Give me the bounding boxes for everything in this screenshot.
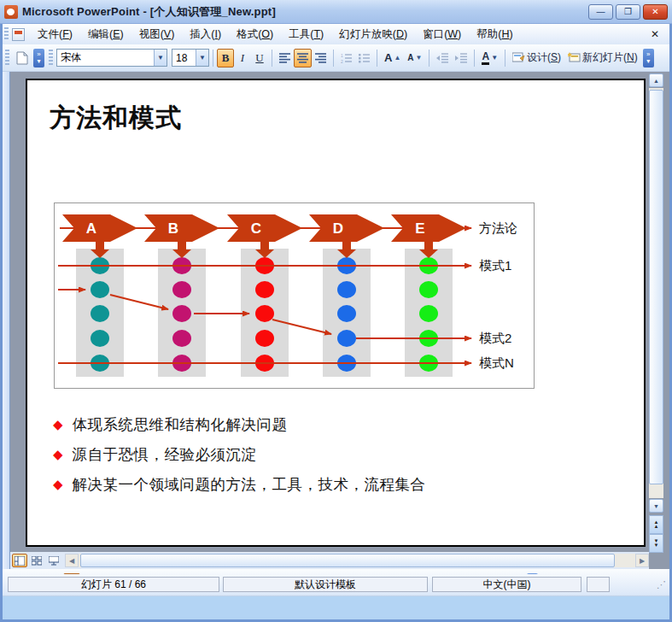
- scroll-left-button[interactable]: ◀: [65, 554, 79, 567]
- slide-edit-area: 方法和模式 ABCDE方法论模式1模式2模式N ◆ 体现系统思维和结构化解决问题…: [3, 72, 669, 569]
- resize-grip[interactable]: ⋰: [657, 579, 667, 590]
- diamond-bullet-icon: ◆: [53, 475, 63, 494]
- menu-view[interactable]: 视图(V): [131, 25, 183, 44]
- font-color-button[interactable]: A ▼: [478, 49, 501, 67]
- scroll-right-button[interactable]: ▶: [635, 554, 649, 567]
- restore-button[interactable]: ❐: [616, 4, 640, 20]
- menu-tools[interactable]: 工具(T): [281, 25, 331, 44]
- horizontal-scrollbar-row: ◀ ▶: [10, 552, 649, 569]
- slide-design-button[interactable]: 设计(S): [509, 49, 564, 67]
- toolbar-grip[interactable]: [49, 50, 53, 67]
- diagram-shape[interactable]: ABCDE方法论模式1模式2模式N: [54, 202, 535, 389]
- scrollbar-track[interactable]: [79, 554, 635, 567]
- svg-text:2: 2: [341, 58, 343, 63]
- list-item: ◆ 解决某一个领域问题的方法，工具，技术，流程集合: [53, 475, 616, 494]
- menu-bar: 文件(F) 编辑(E) 视图(V) 插入(I) 格式(O) 工具(T) 幻灯片放…: [3, 24, 669, 44]
- powerpoint-window: Microsoft PowerPoint - [个人知识管理_New.ppt] …: [0, 0, 672, 622]
- bulleted-list-button[interactable]: [355, 49, 373, 67]
- scroll-up-button[interactable]: ▲: [649, 73, 663, 87]
- status-slide-number: 幻灯片 61 / 66: [8, 577, 219, 592]
- font-size-select[interactable]: 18 ▼: [172, 49, 209, 67]
- close-document-icon[interactable]: ✕: [647, 26, 663, 42]
- toolbar-grip[interactable]: [5, 50, 9, 67]
- italic-button[interactable]: I: [234, 49, 251, 67]
- list-item: ◆ 源自于恐惧，经验必须沉淀: [53, 445, 616, 464]
- menu-file[interactable]: 文件(F): [30, 25, 80, 44]
- status-empty-panel: [587, 577, 610, 592]
- toolbar-options-button[interactable]: »▾: [643, 49, 654, 67]
- slide-sorter-view-button[interactable]: [29, 554, 44, 567]
- chevron-down-icon: ▼: [491, 54, 498, 62]
- toolbar-options-button[interactable]: »▾: [33, 49, 44, 67]
- align-left-button[interactable]: [276, 49, 294, 67]
- svg-text:模式2: 模式2: [479, 331, 511, 345]
- svg-text:C: C: [251, 220, 261, 237]
- next-slide-button[interactable]: ▼▼: [649, 534, 663, 553]
- menu-edit[interactable]: 编辑(E): [80, 25, 131, 44]
- minimize-button[interactable]: —: [588, 4, 613, 20]
- diamond-bullet-icon: ◆: [53, 415, 63, 434]
- new-slide-button[interactable]: 新幻灯片(N): [564, 49, 641, 67]
- window-content: 文件(F) 编辑(E) 视图(V) 插入(I) 格式(O) 工具(T) 幻灯片放…: [3, 24, 669, 619]
- numbered-list-button[interactable]: 12: [337, 49, 355, 67]
- menu-format[interactable]: 格式(O): [229, 25, 281, 44]
- font-name-select[interactable]: 宋体 ▼: [56, 49, 167, 67]
- menu-slideshow[interactable]: 幻灯片放映(D): [331, 25, 415, 44]
- svg-text:D: D: [333, 220, 343, 237]
- bold-button[interactable]: B: [217, 49, 234, 67]
- normal-view-button[interactable]: [12, 554, 27, 567]
- scrollbar-thumb[interactable]: [80, 554, 615, 567]
- status-design-template[interactable]: 默认设计模板: [223, 577, 428, 592]
- svg-text:方法论: 方法论: [479, 220, 517, 235]
- menu-help[interactable]: 帮助(H): [469, 25, 520, 44]
- underline-button[interactable]: U: [251, 49, 268, 67]
- vertical-scrollbar[interactable]: ▲ ▼ ▲▲ ▼▼: [649, 73, 663, 552]
- bullet-list[interactable]: ◆ 体现系统思维和结构化解决问题 ◆ 源自于恐惧，经验必须沉淀 ◆ 解决某一个领…: [53, 415, 616, 505]
- bullet-text: 体现系统思维和结构化解决问题: [73, 415, 288, 434]
- status-bar: 幻灯片 61 / 66 默认设计模板 中文(中国) ⋰: [3, 574, 669, 595]
- slide-canvas[interactable]: 方法和模式 ABCDE方法论模式1模式2模式N ◆ 体现系统思维和结构化解决问题…: [26, 79, 646, 547]
- previous-slide-button[interactable]: ▲▲: [649, 515, 663, 534]
- decrease-indent-button[interactable]: [433, 49, 452, 67]
- slideshow-view-button[interactable]: [46, 554, 61, 567]
- svg-text:模式N: 模式N: [479, 355, 514, 370]
- document-icon: [12, 28, 25, 41]
- font-name-value: 宋体: [57, 50, 154, 65]
- svg-text:1: 1: [341, 53, 343, 58]
- outline-pane-splitter[interactable]: [3, 72, 10, 569]
- new-presentation-button[interactable]: [13, 49, 32, 67]
- svg-text:E: E: [415, 220, 424, 237]
- svg-text:模式1: 模式1: [479, 258, 511, 273]
- formatting-toolbar: »▾ 宋体 ▼ 18 ▼ B I U: [3, 44, 669, 72]
- font-size-value: 18: [172, 52, 196, 64]
- decrease-font-size-button[interactable]: A▼: [404, 49, 425, 67]
- scrollbar-track[interactable]: [649, 88, 663, 498]
- chevron-down-icon[interactable]: ▼: [196, 50, 208, 66]
- close-button[interactable]: ✕: [643, 4, 668, 20]
- list-item: ◆ 体现系统思维和结构化解决问题: [53, 415, 616, 434]
- menu-insert[interactable]: 插入(I): [182, 25, 229, 44]
- increase-indent-button[interactable]: [452, 49, 470, 67]
- scroll-down-button[interactable]: ▼: [649, 499, 663, 513]
- methods-patterns-diagram: ABCDE方法论模式1模式2模式N: [55, 203, 534, 388]
- slide-title[interactable]: 方法和模式: [50, 101, 182, 136]
- chevron-down-icon[interactable]: ▼: [154, 50, 167, 66]
- powerpoint-app-icon: [4, 5, 18, 19]
- status-language[interactable]: 中文(中国): [432, 577, 581, 592]
- svg-text:A: A: [86, 220, 96, 237]
- align-center-button[interactable]: [294, 49, 312, 67]
- bullet-text: 解决某一个领域问题的方法，工具，技术，流程集合: [73, 475, 426, 494]
- window-title: Microsoft PowerPoint - [个人知识管理_New.ppt]: [22, 4, 276, 20]
- bullet-text: 源自于恐惧，经验必须沉淀: [73, 445, 257, 464]
- scrollbar-thumb[interactable]: [649, 90, 663, 484]
- svg-text:B: B: [168, 220, 178, 237]
- menu-window[interactable]: 窗口(W): [415, 25, 469, 44]
- menu-grip[interactable]: [4, 27, 9, 41]
- align-right-button[interactable]: [312, 49, 330, 67]
- increase-font-size-button[interactable]: A▲: [381, 49, 404, 67]
- title-bar[interactable]: Microsoft PowerPoint - [个人知识管理_New.ppt] …: [0, 0, 672, 24]
- diamond-bullet-icon: ◆: [53, 445, 63, 464]
